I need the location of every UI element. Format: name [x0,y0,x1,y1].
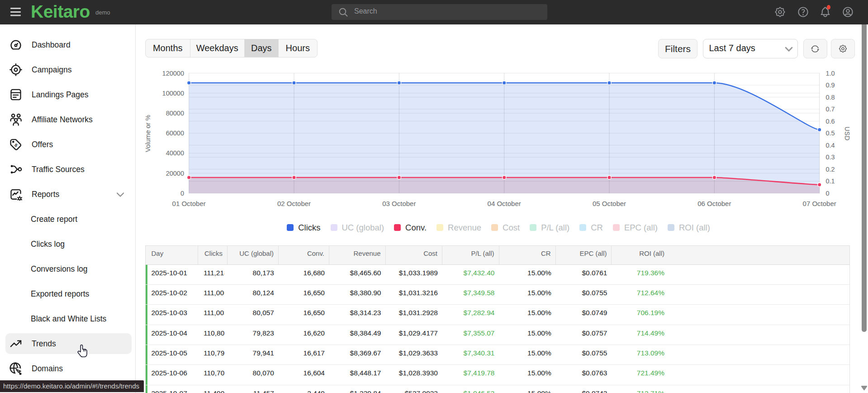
svg-text:0.8: 0.8 [826,94,835,101]
svg-text:1.0: 1.0 [826,70,835,77]
svg-text:01 October: 01 October [172,200,206,207]
svg-text:0.6: 0.6 [826,118,835,125]
svg-text:0.7: 0.7 [826,105,835,113]
svg-text:20000: 20000 [166,170,184,177]
svg-text:0.4: 0.4 [826,142,835,149]
svg-text:04 October: 04 October [488,200,521,207]
svg-text:05 October: 05 October [593,200,626,207]
svg-text:40000: 40000 [166,149,184,157]
svg-text:0: 0 [826,190,830,197]
svg-text:0.5: 0.5 [826,129,835,137]
svg-text:100000: 100000 [162,90,184,97]
svg-text:80000: 80000 [166,110,184,117]
svg-text:0.9: 0.9 [826,81,835,89]
svg-text:60000: 60000 [166,129,184,137]
svg-text:07 October: 07 October [803,200,836,207]
svg-text:s: s [13,142,19,148]
svg-text:0.1: 0.1 [826,177,835,185]
svg-text:0.2: 0.2 [826,166,835,173]
svg-text:02 October: 02 October [277,200,311,207]
svg-text:Volume or %: Volume or % [144,115,152,152]
svg-text:0.3: 0.3 [826,153,835,161]
svg-text:0: 0 [180,190,184,197]
svg-text:06 October: 06 October [697,200,731,207]
svg-text:03 October: 03 October [382,200,416,207]
svg-text:120000: 120000 [162,70,184,77]
svg-text:USD: USD [844,126,851,140]
